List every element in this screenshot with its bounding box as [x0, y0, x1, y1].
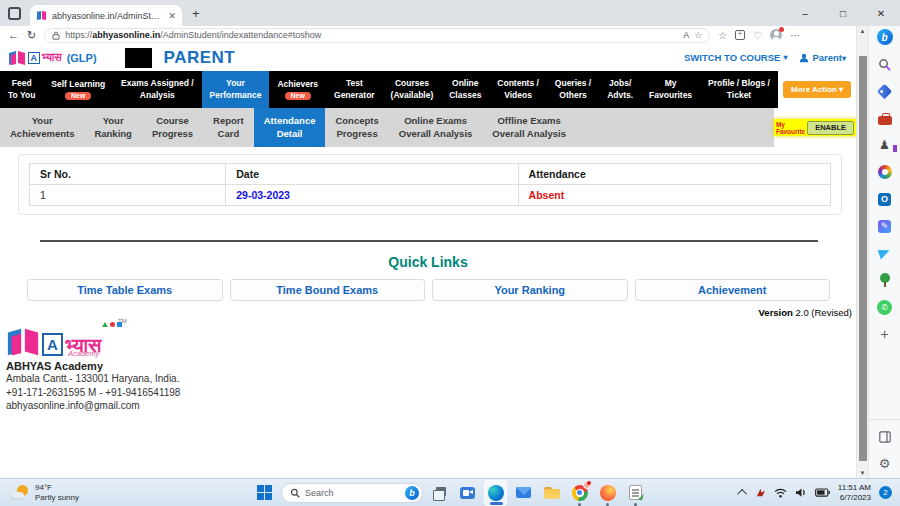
quick-link-time-bound-exams[interactable]: Time Bound Exams	[230, 279, 426, 301]
pen-tray-icon[interactable]	[755, 487, 766, 498]
footer-logo: A भ्यास Academy TM	[6, 320, 156, 356]
outlook-icon[interactable]: O	[876, 190, 894, 208]
tab-online-exams-analysis[interactable]: Online Exams Overall Analysis	[389, 108, 483, 147]
footer-email: abhyasonline.info@gmail.com	[6, 399, 856, 413]
browser-essentials-icon[interactable]: ♡	[753, 30, 762, 41]
mail-button[interactable]	[512, 480, 535, 506]
collections-icon[interactable]	[735, 30, 745, 40]
close-button[interactable]: ✕	[862, 0, 900, 26]
glp-label: (GLP)	[67, 52, 97, 64]
nav-item-self-learning[interactable]: Self LearningNew	[43, 71, 113, 108]
sidebar-panel-icon[interactable]	[876, 428, 894, 446]
scroll-down-arrow[interactable]: ▼	[857, 470, 868, 476]
tab-workspaces-icon[interactable]	[8, 7, 21, 20]
footer-org: ABHYAS Academy	[6, 360, 856, 372]
browser-tab[interactable]: abhyasonline.in/AdminStudent/i ✕	[30, 5, 182, 26]
nav-item-courses-available[interactable]: Courses (Available)	[383, 71, 442, 108]
shopping-tag-icon[interactable]	[876, 82, 894, 100]
switch-to-course-menu[interactable]: SWITCH TO COURSE	[684, 52, 787, 63]
quick-link-achievement[interactable]: Achievement	[635, 279, 831, 301]
sidebar-bottom: ⚙	[869, 419, 900, 478]
wifi-icon[interactable]	[774, 488, 787, 498]
weather-condition: Partly sunny	[35, 493, 79, 502]
taskbar-search[interactable]: b	[281, 483, 423, 503]
start-button[interactable]	[253, 480, 276, 506]
nav-item-online-classes[interactable]: Online Classes	[441, 71, 489, 108]
firefox-button[interactable]	[596, 480, 619, 506]
nav-item-jobs-advts[interactable]: Jobs/ Advts.	[599, 71, 641, 108]
toolbox-icon[interactable]	[876, 109, 894, 127]
more-action-button[interactable]: More Action	[783, 81, 851, 98]
nav-item-achievers[interactable]: AchieversNew	[269, 71, 326, 108]
refresh-button[interactable]: ↻	[27, 29, 36, 42]
my-favourite-badge: My Favourite ENABLE	[774, 119, 856, 136]
address-bar[interactable]: https://abhyasonline.in/AdminStudent/ind…	[44, 28, 710, 43]
bookmark-star-icon[interactable]: ☆	[694, 30, 702, 40]
tab-your-ranking[interactable]: Your Ranking	[84, 108, 141, 147]
my-favourite-label: My Favourite	[776, 121, 805, 135]
tab-concepts-progress[interactable]: Concepts Progress	[325, 108, 388, 147]
tab-attendance-detail[interactable]: Attendance Detail	[254, 108, 326, 147]
parent-user-menu[interactable]: Parent	[799, 52, 846, 63]
volume-icon[interactable]	[795, 487, 807, 498]
tree-icon[interactable]	[876, 271, 894, 289]
weather-widget[interactable]: 94°F Partly sunny	[0, 483, 79, 502]
minimize-button[interactable]: –	[786, 0, 824, 26]
battery-icon[interactable]	[815, 488, 830, 497]
quick-link-time-table-exams[interactable]: Time Table Exams	[27, 279, 223, 301]
tab-course-progress[interactable]: Course Progress	[142, 108, 203, 147]
send-plane-icon[interactable]	[876, 244, 894, 262]
more-menu-icon[interactable]: ⋯	[790, 30, 800, 41]
nav-item-feed-to-you[interactable]: Feed To You	[0, 71, 43, 108]
nav-item-test-generator[interactable]: Test Generator	[326, 71, 383, 108]
page-scrollbar[interactable]: ▲ ▼	[856, 26, 868, 478]
enable-button[interactable]: ENABLE	[807, 121, 854, 135]
tab-close-icon[interactable]: ✕	[168, 11, 176, 21]
nav-item-exams-assigned[interactable]: Exams Assigned / Analysis	[113, 71, 201, 108]
chrome-button[interactable]	[568, 480, 591, 506]
notification-badge[interactable]: 2	[879, 486, 892, 499]
chat-button[interactable]	[456, 480, 479, 506]
favorites-bar-icon[interactable]: ☆	[718, 30, 727, 41]
file-explorer-button[interactable]	[540, 480, 563, 506]
nav-item-contents-videos[interactable]: Contents / Videos	[489, 71, 547, 108]
edge-button[interactable]	[484, 480, 507, 506]
site-header: A भ्यास (GLP) PARENT SWITCH TO COURSE Pa…	[0, 44, 856, 71]
nav-item-profile-blogs-ticket[interactable]: Profile / Blogs / Ticket	[700, 71, 778, 108]
notepad-button[interactable]	[624, 480, 647, 506]
new-tab-button[interactable]: +	[192, 6, 200, 21]
nav-item-my-favourites[interactable]: My Favourites	[641, 71, 700, 108]
games-icon[interactable]: ♟	[876, 136, 894, 154]
search-icon[interactable]	[876, 55, 894, 73]
scrollbar-thumb[interactable]	[859, 56, 867, 461]
cell-date-link[interactable]: 29-03-2023	[226, 185, 518, 206]
new-badge: New	[285, 92, 311, 100]
back-button[interactable]: ←	[8, 29, 19, 41]
designer-icon[interactable]: ✎	[876, 217, 894, 235]
table-header-row: Sr No. Date Attendance	[30, 164, 831, 185]
browser-tab-bar: abhyasonline.in/AdminStudent/i ✕ + – □ ✕	[0, 0, 900, 26]
attendance-table: Sr No. Date Attendance 1 29-03-2023 Abse…	[29, 163, 831, 206]
read-aloud-icon[interactable]: A	[683, 30, 689, 40]
quick-link-your-ranking[interactable]: Your Ranking	[432, 279, 628, 301]
tab-your-achievements[interactable]: Your Achievements	[0, 108, 84, 147]
tab-report-card[interactable]: Report Card	[203, 108, 254, 147]
taskbar-clock[interactable]: 11:51 AM 6/7/2023	[838, 483, 871, 503]
task-view-button[interactable]	[428, 480, 451, 506]
screen: abhyasonline.in/AdminStudent/i ✕ + – □ ✕…	[0, 0, 900, 506]
tab-offline-exams-analysis[interactable]: Offline Exams Overall Analysis	[482, 108, 576, 147]
logo-academy: Academy	[68, 349, 99, 358]
logo-letter-a: A	[42, 333, 63, 356]
green-chat-icon[interactable]: ✆	[876, 298, 894, 316]
maximize-button[interactable]: □	[824, 0, 862, 26]
search-input[interactable]	[305, 488, 400, 498]
tray-overflow-icon[interactable]	[737, 489, 747, 499]
scroll-up-arrow[interactable]: ▲	[857, 28, 868, 34]
bing-copilot-icon[interactable]: b	[876, 28, 894, 46]
profile-avatar[interactable]	[770, 29, 782, 41]
settings-gear-icon[interactable]: ⚙	[876, 454, 894, 472]
nav-item-your-performance[interactable]: Your Performance	[202, 71, 270, 108]
nav-item-queries-others[interactable]: Queries / Others	[547, 71, 599, 108]
sidebar-add-icon[interactable]: +	[876, 325, 894, 343]
microsoft-365-icon[interactable]	[876, 163, 894, 181]
